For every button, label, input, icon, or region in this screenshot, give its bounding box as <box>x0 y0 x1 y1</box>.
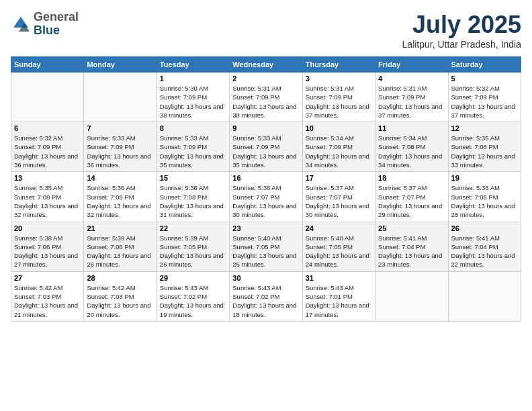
day-info: Sunrise: 5:35 AM Sunset: 7:08 PM Dayligh… <box>451 134 518 169</box>
day-info: Sunrise: 5:36 AM Sunset: 7:07 PM Dayligh… <box>232 183 299 219</box>
day-info: Sunrise: 5:34 AM Sunset: 7:09 PM Dayligh… <box>306 134 372 169</box>
day-info: Sunrise: 5:36 AM Sunset: 7:08 PM Dayligh… <box>87 183 153 219</box>
calendar-cell: 31Sunrise: 5:43 AM Sunset: 7:01 PM Dayli… <box>302 271 375 321</box>
calendar-cell: 5Sunrise: 5:32 AM Sunset: 7:09 PM Daylig… <box>448 73 521 122</box>
calendar-cell: 16Sunrise: 5:36 AM Sunset: 7:07 PM Dayli… <box>230 172 302 222</box>
day-number: 18 <box>378 174 445 182</box>
day-number: 16 <box>232 174 299 182</box>
day-info: Sunrise: 5:42 AM Sunset: 7:03 PM Dayligh… <box>87 283 153 319</box>
calendar-week-row: 13Sunrise: 5:35 AM Sunset: 7:08 PM Dayli… <box>11 172 521 222</box>
calendar-week-row: 1Sunrise: 5:30 AM Sunset: 7:09 PM Daylig… <box>11 73 521 122</box>
calendar-cell: 30Sunrise: 5:43 AM Sunset: 7:02 PM Dayli… <box>230 271 302 321</box>
svg-marker-0 <box>13 17 28 28</box>
day-number: 9 <box>232 124 299 132</box>
day-info: Sunrise: 5:31 AM Sunset: 7:09 PM Dayligh… <box>306 84 372 120</box>
calendar-body: 1Sunrise: 5:30 AM Sunset: 7:09 PM Daylig… <box>11 73 521 322</box>
day-info: Sunrise: 5:38 AM Sunset: 7:06 PM Dayligh… <box>451 183 518 219</box>
day-number: 15 <box>160 174 226 182</box>
day-number: 1 <box>160 75 226 83</box>
day-number: 29 <box>160 274 226 282</box>
day-info: Sunrise: 5:37 AM Sunset: 7:07 PM Dayligh… <box>378 183 445 219</box>
page-header: General Blue July 2025 Lalitpur, Uttar P… <box>11 11 521 50</box>
calendar-cell <box>84 73 157 122</box>
calendar-cell: 24Sunrise: 5:40 AM Sunset: 7:05 PM Dayli… <box>302 222 375 271</box>
month-title: July 2025 <box>402 11 521 39</box>
calendar-cell: 12Sunrise: 5:35 AM Sunset: 7:08 PM Dayli… <box>448 122 521 172</box>
day-info: Sunrise: 5:36 AM Sunset: 7:08 PM Dayligh… <box>160 183 226 219</box>
day-number: 22 <box>160 224 226 232</box>
day-number: 13 <box>14 174 81 182</box>
weekday-header: Monday <box>84 57 157 73</box>
calendar-cell: 14Sunrise: 5:36 AM Sunset: 7:08 PM Dayli… <box>84 172 157 222</box>
calendar-cell: 8Sunrise: 5:33 AM Sunset: 7:09 PM Daylig… <box>157 122 229 172</box>
calendar-cell: 2Sunrise: 5:31 AM Sunset: 7:09 PM Daylig… <box>230 73 302 122</box>
calendar-cell: 28Sunrise: 5:42 AM Sunset: 7:03 PM Dayli… <box>84 271 157 321</box>
calendar-cell: 21Sunrise: 5:39 AM Sunset: 7:06 PM Dayli… <box>84 222 157 271</box>
weekday-header: Tuesday <box>157 57 229 73</box>
day-info: Sunrise: 5:30 AM Sunset: 7:09 PM Dayligh… <box>160 84 226 120</box>
calendar-cell: 19Sunrise: 5:38 AM Sunset: 7:06 PM Dayli… <box>448 172 521 222</box>
day-number: 23 <box>232 224 299 232</box>
weekday-header: Sunday <box>11 57 84 73</box>
logo-text: General Blue <box>34 11 79 38</box>
day-info: Sunrise: 5:43 AM Sunset: 7:01 PM Dayligh… <box>306 283 372 319</box>
calendar-cell: 10Sunrise: 5:34 AM Sunset: 7:09 PM Dayli… <box>302 122 375 172</box>
day-info: Sunrise: 5:39 AM Sunset: 7:05 PM Dayligh… <box>160 234 226 269</box>
calendar-cell: 20Sunrise: 5:38 AM Sunset: 7:06 PM Dayli… <box>11 222 84 271</box>
day-number: 17 <box>306 174 372 182</box>
day-info: Sunrise: 5:43 AM Sunset: 7:02 PM Dayligh… <box>232 283 299 319</box>
day-info: Sunrise: 5:39 AM Sunset: 7:06 PM Dayligh… <box>87 234 153 269</box>
calendar-cell <box>11 73 84 122</box>
location: Lalitpur, Uttar Pradesh, India <box>402 39 521 50</box>
calendar-cell: 18Sunrise: 5:37 AM Sunset: 7:07 PM Dayli… <box>375 172 448 222</box>
day-info: Sunrise: 5:32 AM Sunset: 7:09 PM Dayligh… <box>451 84 518 120</box>
day-number: 6 <box>14 124 81 132</box>
day-number: 27 <box>14 274 81 282</box>
day-number: 4 <box>378 75 445 83</box>
logo-blue: Blue <box>34 24 79 38</box>
day-number: 28 <box>87 274 153 282</box>
calendar-cell: 6Sunrise: 5:32 AM Sunset: 7:09 PM Daylig… <box>11 122 84 172</box>
calendar-cell: 4Sunrise: 5:31 AM Sunset: 7:09 PM Daylig… <box>375 73 448 122</box>
weekday-header: Saturday <box>448 57 521 73</box>
day-number: 25 <box>378 224 445 232</box>
calendar-cell: 7Sunrise: 5:33 AM Sunset: 7:09 PM Daylig… <box>84 122 157 172</box>
day-info: Sunrise: 5:34 AM Sunset: 7:08 PM Dayligh… <box>378 134 445 169</box>
day-number: 2 <box>232 75 299 83</box>
day-number: 26 <box>451 224 518 232</box>
day-number: 30 <box>232 274 299 282</box>
logo-icon <box>11 14 31 34</box>
weekday-header: Friday <box>375 57 448 73</box>
day-info: Sunrise: 5:40 AM Sunset: 7:05 PM Dayligh… <box>306 234 372 269</box>
calendar-cell <box>448 271 521 321</box>
day-number: 21 <box>87 224 153 232</box>
day-number: 19 <box>451 174 518 182</box>
day-number: 8 <box>160 124 226 132</box>
day-info: Sunrise: 5:33 AM Sunset: 7:09 PM Dayligh… <box>232 134 299 169</box>
calendar-cell: 25Sunrise: 5:41 AM Sunset: 7:04 PM Dayli… <box>375 222 448 271</box>
calendar-header: SundayMondayTuesdayWednesdayThursdayFrid… <box>11 57 521 73</box>
day-number: 5 <box>451 75 518 83</box>
day-info: Sunrise: 5:38 AM Sunset: 7:06 PM Dayligh… <box>14 234 81 269</box>
calendar-week-row: 27Sunrise: 5:42 AM Sunset: 7:03 PM Dayli… <box>11 271 521 321</box>
calendar-cell: 1Sunrise: 5:30 AM Sunset: 7:09 PM Daylig… <box>157 73 229 122</box>
weekday-header-row: SundayMondayTuesdayWednesdayThursdayFrid… <box>11 57 521 73</box>
calendar-cell: 15Sunrise: 5:36 AM Sunset: 7:08 PM Dayli… <box>157 172 229 222</box>
day-number: 20 <box>14 224 81 232</box>
logo: General Blue <box>11 11 79 38</box>
day-number: 24 <box>306 224 372 232</box>
title-block: July 2025 Lalitpur, Uttar Pradesh, India <box>402 11 521 50</box>
day-number: 10 <box>306 124 372 132</box>
calendar-cell: 23Sunrise: 5:40 AM Sunset: 7:05 PM Dayli… <box>230 222 302 271</box>
day-info: Sunrise: 5:41 AM Sunset: 7:04 PM Dayligh… <box>451 234 518 269</box>
logo-general: General <box>34 11 79 24</box>
calendar-cell: 13Sunrise: 5:35 AM Sunset: 7:08 PM Dayli… <box>11 172 84 222</box>
calendar-cell: 11Sunrise: 5:34 AM Sunset: 7:08 PM Dayli… <box>375 122 448 172</box>
day-info: Sunrise: 5:41 AM Sunset: 7:04 PM Dayligh… <box>378 234 445 269</box>
calendar-week-row: 6Sunrise: 5:32 AM Sunset: 7:09 PM Daylig… <box>11 122 521 172</box>
day-info: Sunrise: 5:32 AM Sunset: 7:09 PM Dayligh… <box>14 134 81 169</box>
day-info: Sunrise: 5:42 AM Sunset: 7:03 PM Dayligh… <box>14 283 81 319</box>
calendar-cell <box>375 271 448 321</box>
weekday-header: Wednesday <box>230 57 302 73</box>
day-info: Sunrise: 5:33 AM Sunset: 7:09 PM Dayligh… <box>160 134 226 169</box>
